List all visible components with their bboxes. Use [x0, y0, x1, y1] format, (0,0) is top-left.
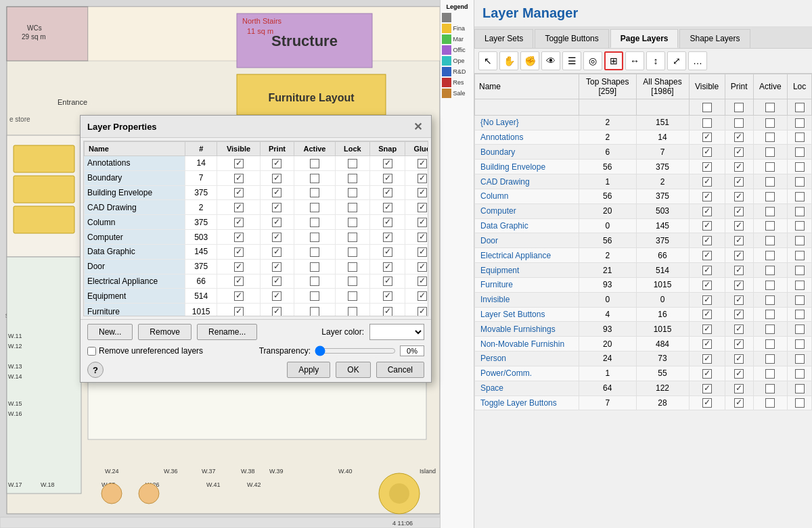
lm-layer-lock[interactable]: [788, 381, 812, 395]
dlg-layer-name[interactable]: Door: [85, 259, 185, 274]
rename-layer-button[interactable]: Rename...: [197, 324, 257, 340]
lm-layer-print[interactable]: [725, 352, 753, 366]
dlg-layer-name[interactable]: Column: [85, 215, 185, 230]
dlg-layer-active[interactable]: [294, 185, 336, 200]
dlg-layer-print[interactable]: [260, 304, 294, 316]
dlg-layer-snap[interactable]: [369, 289, 405, 304]
dlg-layer-lock[interactable]: [335, 244, 369, 259]
dialog-table-row[interactable]: Electrical Appliance 66: [85, 274, 429, 289]
dlg-layer-name[interactable]: Furniture: [85, 304, 185, 316]
lm-layer-print[interactable]: [725, 248, 753, 263]
lm-layer-name[interactable]: Layer Set Buttons: [475, 307, 579, 322]
lm-layer-visible[interactable]: [689, 381, 725, 395]
lm-layer-lock[interactable]: [788, 233, 812, 248]
lm-layer-lock[interactable]: [788, 189, 812, 203]
dlg-layer-lock[interactable]: [335, 185, 369, 200]
dlg-layer-active[interactable]: [294, 274, 336, 289]
lm-layer-name[interactable]: Person: [475, 352, 579, 366]
lm-table-row[interactable]: Power/Comm. 1 55: [475, 366, 812, 381]
dialog-table-row[interactable]: CAD Drawing 2: [85, 200, 429, 215]
dlg-layer-active[interactable]: [294, 215, 336, 230]
lm-layer-name[interactable]: Computer: [475, 203, 579, 218]
lm-layer-active[interactable]: [753, 203, 788, 218]
dlg-layer-snap[interactable]: [369, 170, 405, 185]
lm-layer-print[interactable]: [725, 218, 753, 233]
lm-layer-name[interactable]: Non-Movable Furnishin: [475, 337, 579, 352]
lm-layer-print[interactable]: [725, 366, 753, 381]
hand-tool-btn[interactable]: ✊: [520, 51, 539, 70]
more-options-btn[interactable]: …: [688, 51, 707, 70]
lm-layer-visible[interactable]: [689, 174, 725, 189]
transparency-value-input[interactable]: 0%: [400, 345, 424, 356]
tab-shape-layers[interactable]: Shape Layers: [679, 29, 750, 48]
lm-layer-active[interactable]: [753, 145, 788, 160]
eye-tool-btn[interactable]: 👁: [541, 51, 560, 70]
lm-layer-lock[interactable]: [788, 366, 812, 381]
lm-layer-lock[interactable]: [788, 337, 812, 352]
lm-layer-active[interactable]: [753, 395, 788, 410]
lm-layer-active[interactable]: [753, 174, 788, 189]
lm-table-row[interactable]: CAD Drawing 1 2: [475, 174, 812, 189]
lm-table-row[interactable]: {No Layer} 2 151: [475, 115, 812, 130]
dlg-layer-print[interactable]: [260, 289, 294, 304]
help-button[interactable]: ?: [87, 362, 104, 378]
dlg-layer-glue[interactable]: [405, 156, 428, 171]
lm-layer-visible[interactable]: [689, 203, 725, 218]
dialog-table-row[interactable]: Equipment 514: [85, 289, 429, 304]
lm-table-row[interactable]: Movable Furnishings 93 1015: [475, 322, 812, 337]
lm-layer-name[interactable]: Movable Furnishings: [475, 322, 579, 337]
tab-page-layers[interactable]: Page Layers: [610, 29, 679, 48]
dlg-layer-active[interactable]: [294, 156, 336, 171]
dlg-layer-glue[interactable]: [405, 170, 428, 185]
dlg-layer-print[interactable]: [260, 170, 294, 185]
lm-table-row[interactable]: Toggle Layer Buttons 7 28: [475, 395, 812, 410]
lm-layer-visible[interactable]: [689, 263, 725, 278]
dlg-layer-print[interactable]: [260, 200, 294, 215]
lm-table-row[interactable]: Person 24 73: [475, 352, 812, 366]
lm-layer-visible[interactable]: [689, 189, 725, 203]
lm-layer-print[interactable]: [725, 381, 753, 395]
lm-layer-visible[interactable]: [689, 160, 725, 174]
lm-layer-visible[interactable]: [689, 145, 725, 160]
lm-layer-active[interactable]: [753, 337, 788, 352]
dlg-layer-snap[interactable]: [369, 274, 405, 289]
all-lock-cb[interactable]: [788, 99, 812, 116]
lm-layer-visible[interactable]: [689, 277, 725, 292]
dlg-layer-snap[interactable]: [369, 259, 405, 274]
lm-layer-lock[interactable]: [788, 130, 812, 145]
lm-layer-print[interactable]: [725, 145, 753, 160]
lm-layer-visible[interactable]: [689, 366, 725, 381]
expand-btn[interactable]: ⤢: [667, 51, 686, 70]
dlg-layer-glue[interactable]: [405, 244, 428, 259]
dlg-layer-snap[interactable]: [369, 156, 405, 171]
lm-layer-visible[interactable]: [689, 130, 725, 145]
pan-tool-btn[interactable]: ✋: [499, 51, 518, 70]
dlg-layer-name[interactable]: Annotations: [85, 156, 185, 171]
lm-layer-print[interactable]: [725, 174, 753, 189]
lm-layer-active[interactable]: [753, 307, 788, 322]
dialog-titlebar[interactable]: Layer Properties ✕: [81, 116, 431, 138]
lm-table-row[interactable]: Door 56 375: [475, 233, 812, 248]
dlg-layer-visible[interactable]: [217, 170, 261, 185]
lm-layer-print[interactable]: [725, 203, 753, 218]
lm-layer-lock[interactable]: [788, 145, 812, 160]
dlg-layer-visible[interactable]: [217, 215, 261, 230]
lm-layer-name[interactable]: Building Envelope: [475, 160, 579, 174]
lm-layer-lock[interactable]: [788, 277, 812, 292]
layer-table-container[interactable]: Name Top Shapes[259] All Shapes[1986] Vi…: [474, 74, 812, 504]
arrows-h-btn[interactable]: ↔: [625, 51, 644, 70]
transparency-slider[interactable]: [315, 345, 396, 356]
dlg-layer-visible[interactable]: [217, 230, 261, 245]
lm-layer-print[interactable]: [725, 307, 753, 322]
lm-table-row[interactable]: Column 56 375: [475, 189, 812, 203]
lm-layer-print[interactable]: [725, 292, 753, 307]
lm-table-row[interactable]: Invisible 0 0: [475, 292, 812, 307]
dlg-layer-visible[interactable]: [217, 304, 261, 316]
dlg-layer-glue[interactable]: [405, 215, 428, 230]
lm-layer-active[interactable]: [753, 115, 788, 130]
lm-layer-active[interactable]: [753, 352, 788, 366]
lm-layer-lock[interactable]: [788, 174, 812, 189]
dlg-layer-visible[interactable]: [217, 259, 261, 274]
dlg-layer-visible[interactable]: [217, 244, 261, 259]
lm-layer-print[interactable]: [725, 189, 753, 203]
